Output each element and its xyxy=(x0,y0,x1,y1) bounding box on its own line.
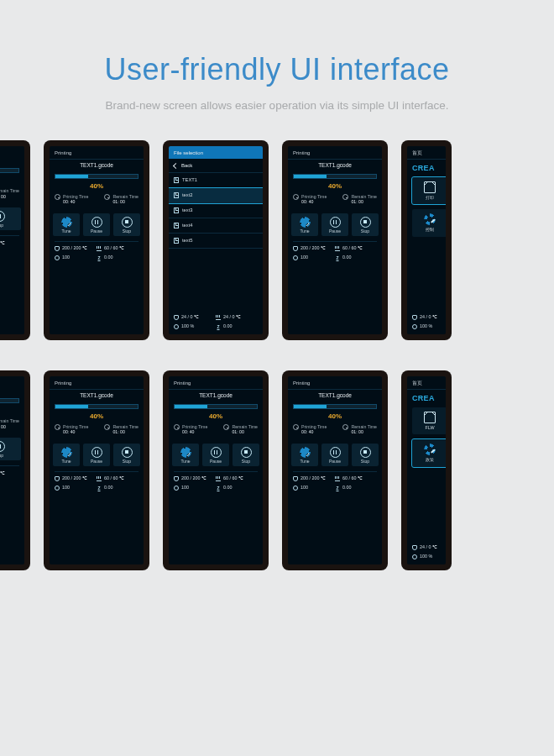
file-item[interactable]: text5 xyxy=(169,234,263,249)
pause-icon xyxy=(91,217,102,228)
pause-button[interactable]: Pause xyxy=(83,444,110,466)
stop-button[interactable]: Stop xyxy=(0,438,21,460)
clock-icon xyxy=(55,194,60,200)
stop-button[interactable]: Stop xyxy=(233,444,259,466)
phone-gallery: 0% Remain Time 01: 00 ause Stop xyxy=(0,140,554,570)
phone-mockup: File selection Back TEXT1 text2 text3 te… xyxy=(163,140,269,340)
hero-subtitle: Brand-new screen allows easier operation… xyxy=(0,99,554,112)
home-tile-print[interactable]: FLW xyxy=(412,407,446,434)
file-icon xyxy=(174,238,179,244)
back-arrow-icon xyxy=(173,162,179,168)
nozzle-temp: 24 / 0 ℃ xyxy=(174,315,216,320)
remain-time-label: Remain Time xyxy=(0,188,19,193)
current-file: TEXT1.gcode xyxy=(50,160,144,174)
gallery-row-2: 0% Remain Time01: 00 ause Stop 60 / 60 ℃… xyxy=(0,370,554,570)
file-item[interactable]: TEXT1 xyxy=(169,173,263,188)
tune-button[interactable]: Tune xyxy=(172,444,199,466)
bed-icon xyxy=(97,246,102,251)
fan-speed: 100 xyxy=(55,255,97,260)
stop-button[interactable]: Stop xyxy=(352,213,379,236)
hero-section: User-friendly UI interface Brand-new scr… xyxy=(0,0,554,140)
z-height: Z0.00 xyxy=(97,255,138,260)
progress-percent: 0% xyxy=(0,173,24,188)
gear-icon xyxy=(61,217,72,228)
printer-screen-home: 首页 CREA 打印 控制 24 / 0 ℃ 100 % xyxy=(407,146,446,334)
stop-button[interactable]: Stop xyxy=(113,444,140,466)
remain-time-value: 01: 00 xyxy=(0,194,6,199)
file-icon xyxy=(174,177,179,183)
tune-button[interactable]: Tune xyxy=(53,444,80,466)
progress-percent: 40% xyxy=(50,179,144,194)
pause-button[interactable]: Pause xyxy=(202,444,229,466)
fan-icon xyxy=(55,255,60,260)
nozzle-icon xyxy=(55,246,60,251)
remain-time: Remain Time01: 00 xyxy=(104,194,138,205)
phone-mockup: 0% Remain Time01: 00 ause Stop 60 / 60 ℃… xyxy=(0,370,30,570)
home-tile-settings[interactable]: 政策 xyxy=(412,439,446,466)
phone-mockup: Printing TEXT1.gcode 40% Printing Time00… xyxy=(282,370,388,570)
phone-mockup: Printing TEXT1.gcode 40% Printing Time00… xyxy=(44,140,149,340)
clock-icon xyxy=(104,194,110,200)
file-icon xyxy=(174,207,179,213)
screen-header: Printing xyxy=(50,146,144,160)
nozzle-temp: 200 / 200 ℃ xyxy=(55,246,97,251)
bed-temp: 60 / 60 ℃ xyxy=(97,246,138,251)
tune-button[interactable]: Tune xyxy=(291,444,318,466)
gallery-row-1: 0% Remain Time 01: 00 ause Stop xyxy=(0,140,554,340)
printer-screen-printing: Printing TEXT1.gcode 40% Printing Time00… xyxy=(288,146,382,334)
phone-mockup: Printing TEXT1.gcode 40% Printing Time00… xyxy=(163,370,269,570)
brand-logo: CREA xyxy=(407,160,446,177)
home-tile-control[interactable]: 控制 xyxy=(412,209,446,236)
phone-mockup: Printing TEXT1.gcode 40% Printing Time00… xyxy=(44,370,149,570)
z-icon: Z xyxy=(97,255,102,260)
file-item[interactable]: text2 xyxy=(169,188,263,203)
z-height: Z0.00 xyxy=(216,324,258,329)
pause-button[interactable]: Pause xyxy=(321,444,348,466)
printer-screen-printing: Printing TEXT1.gcode 40% Printing Time00… xyxy=(50,146,144,334)
tune-button[interactable]: Tune xyxy=(291,213,318,236)
phone-mockup: 0% Remain Time 01: 00 ause Stop xyxy=(0,140,30,340)
cube-icon xyxy=(424,181,436,193)
file-icon xyxy=(174,223,179,228)
stop-icon xyxy=(122,217,133,228)
progress-bar xyxy=(50,174,144,179)
pause-button[interactable]: Pause xyxy=(83,213,110,236)
tune-button[interactable]: Tune xyxy=(53,213,80,236)
phone-mockup: 首页 CREA FLW 政策 24 / 0 ℃ 100 % xyxy=(401,370,452,570)
pause-button[interactable]: Pause xyxy=(321,213,348,236)
screen-header: File selection xyxy=(169,146,263,159)
z-height: Z0.00 xyxy=(0,250,19,255)
file-item[interactable]: text4 xyxy=(169,218,263,234)
nozzle-temp: 24 / 0 ℃ xyxy=(412,315,441,320)
stop-button[interactable]: Stop xyxy=(113,213,140,236)
home-tile-print[interactable]: 打印 xyxy=(412,177,446,204)
stop-button[interactable]: Stop xyxy=(0,207,21,230)
phone-mockup: 首页 CREA 打印 控制 24 / 0 ℃ 100 % xyxy=(401,140,452,340)
gear-icon xyxy=(424,213,436,225)
printer-screen-files: File selection Back TEXT1 text2 text3 te… xyxy=(169,146,263,334)
bed-temp: 24 / 0 ℃ xyxy=(216,315,258,320)
hero-title: User-friendly UI interface xyxy=(0,52,554,87)
printing-time: Printing Time00: 40 xyxy=(55,194,88,205)
bed-temp: 60 / 60 ℃ xyxy=(0,241,19,246)
printer-screen-partial: 0% Remain Time 01: 00 ause Stop xyxy=(0,146,24,334)
file-icon xyxy=(174,192,179,198)
file-item[interactable]: text3 xyxy=(169,203,263,218)
back-button[interactable]: Back xyxy=(169,159,263,173)
stop-button[interactable]: Stop xyxy=(352,444,379,466)
fan-speed: 100 % xyxy=(174,324,216,329)
phone-mockup: Printing TEXT1.gcode 40% Printing Time00… xyxy=(282,140,388,340)
fan-speed: 100 % xyxy=(412,324,441,329)
